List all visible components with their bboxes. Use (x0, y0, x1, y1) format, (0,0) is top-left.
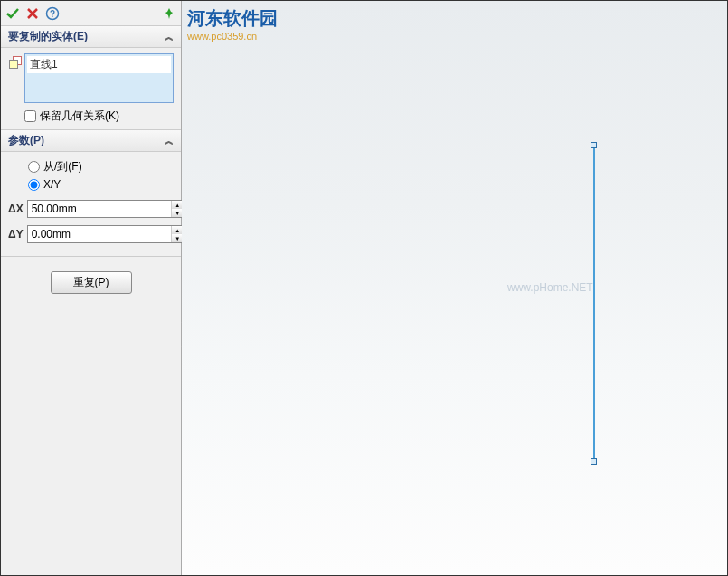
entities-section: 要复制的实体(E) ︽ 直线1 保留几何关系(K) (1, 26, 181, 130)
copy-entities-icon (7, 54, 24, 69)
help-icon[interactable]: ? (44, 5, 61, 22)
dx-row: ΔX ▲ ▼ (8, 200, 174, 218)
graphics-canvas[interactable]: 河东软件园 www.pc0359.cn www.pHome.NET ✱ (182, 1, 727, 575)
watermark-logo: 河东软件园 www.pc0359.cn (187, 6, 278, 42)
mode-fromto-radio[interactable] (28, 161, 40, 173)
cancel-icon[interactable] (24, 5, 41, 22)
watermark-center-text: www.pHome.NET (507, 281, 593, 294)
params-section-title: 参数(P) (8, 133, 44, 148)
svg-text:?: ? (50, 9, 55, 19)
params-section: 参数(P) ︽ 从/到(F) X/Y ΔX ▲ ▼ (1, 130, 181, 257)
watermark-site-url: www.pc0359.cn (187, 31, 278, 42)
mode-xy-radio[interactable] (28, 179, 40, 191)
mode-fromto-row[interactable]: 从/到(F) (28, 157, 174, 176)
collapse-icon[interactable]: ︽ (165, 31, 174, 43)
line-endpoint-handle-bottom[interactable] (591, 458, 597, 465)
dy-label: ΔY (8, 228, 24, 241)
dx-input-wrapper: ▲ ▼ (27, 200, 184, 218)
entities-section-header[interactable]: 要复制的实体(E) ︽ (1, 26, 181, 48)
pin-icon[interactable] (161, 5, 177, 22)
entity-item[interactable]: 直线1 (27, 56, 171, 73)
dx-label: ΔX (8, 203, 24, 215)
entities-section-title: 要复制的实体(E) (8, 29, 88, 44)
dy-input[interactable] (28, 226, 171, 242)
selected-line-entity[interactable] (593, 146, 595, 462)
dx-input[interactable] (28, 201, 171, 217)
line-endpoint-handle-top[interactable] (591, 142, 597, 148)
watermark-site-name: 河东软件园 (187, 8, 278, 28)
entities-listbox[interactable]: 直线1 (24, 53, 174, 103)
params-section-header[interactable]: 参数(P) ︽ (1, 130, 181, 152)
repeat-button[interactable]: 重复(P) (51, 271, 132, 294)
panel-toolbar: ? (1, 1, 181, 26)
ok-icon[interactable] (5, 5, 21, 22)
mode-xy-label: X/Y (43, 178, 61, 191)
keep-relations-label: 保留几何关系(K) (40, 109, 119, 124)
property-panel: ? 要复制的实体(E) ︽ 直线1 保留几何关系(K) 参数(P) ︽ (1, 1, 182, 575)
mode-xy-row[interactable]: X/Y (28, 176, 174, 193)
mode-fromto-label: 从/到(F) (43, 159, 82, 175)
dy-input-wrapper: ▲ ▼ (27, 225, 184, 243)
dy-row: ΔY ▲ ▼ (8, 225, 174, 243)
keep-relations-checkbox[interactable] (24, 110, 36, 122)
collapse-icon[interactable]: ︽ (165, 135, 174, 147)
keep-relations-checkbox-row[interactable]: 保留几何关系(K) (24, 109, 174, 124)
